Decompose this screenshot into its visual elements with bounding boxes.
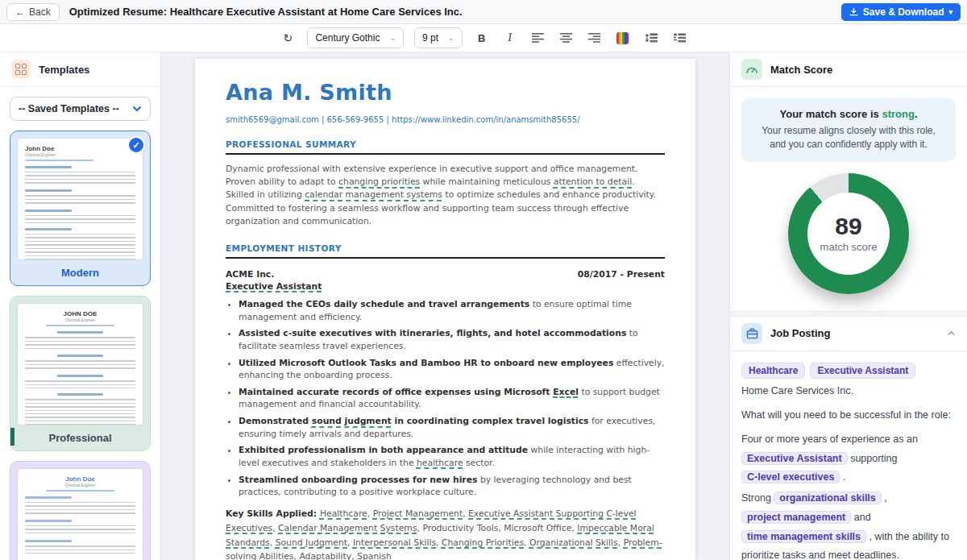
job-posting-intro: What will you need to be successful in t… xyxy=(741,409,956,421)
job-posting-section-header[interactable]: Job Posting xyxy=(730,317,967,351)
template-label: Professional xyxy=(18,425,143,450)
bold-button[interactable]: B xyxy=(473,28,491,48)
resume-name[interactable]: Ana M. Smith xyxy=(226,80,665,105)
key-skills-acme[interactable]: Key Skills Applied: Healthcare, Project … xyxy=(226,507,665,560)
paragraph-spacing-icon xyxy=(673,33,686,43)
match-score-message: Your match score is strong. Your resume … xyxy=(741,98,956,162)
saved-templates-dropdown[interactable]: -- Saved Templates -- xyxy=(10,97,151,121)
chevron-down-icon: ⌄ xyxy=(448,34,454,42)
bullet-item[interactable]: Managed the CEOs daily schedule and trav… xyxy=(239,298,665,323)
font-size-value: 9 pt xyxy=(422,32,438,44)
bullet-item[interactable]: Exhibited professionalism in both appear… xyxy=(239,444,665,469)
template-label: Modern xyxy=(18,259,143,285)
chevron-up-icon[interactable] xyxy=(947,330,956,336)
font-family-select[interactable]: Century Gothic ⌄ xyxy=(307,27,404,48)
template-preview-third: John Doe Chemical Engineer xyxy=(18,469,143,560)
templates-title: Templates xyxy=(39,64,89,76)
match-score-title: Match Score xyxy=(770,64,956,76)
company-name: ACME Inc. xyxy=(226,269,274,280)
back-arrow-icon: ← xyxy=(15,6,25,18)
analysis-panel: Match Score Your match score is strong. … xyxy=(729,52,967,560)
align-left-icon xyxy=(532,33,544,43)
bullet-item[interactable]: Demonstrated sound judgment in coordinat… xyxy=(239,415,665,440)
gauge-icon xyxy=(741,59,762,80)
resume-contact[interactable]: smith6569@gmail.com | 656-569-9655 | htt… xyxy=(226,115,665,124)
format-toolbar: ↻ Century Gothic ⌄ 9 pt ⌄ B I xyxy=(0,24,967,52)
job-bullets-acme: Managed the CEOs daily schedule and trav… xyxy=(239,298,665,499)
align-left-button[interactable] xyxy=(529,28,547,48)
font-family-value: Century Gothic xyxy=(315,32,380,44)
job-role-acme[interactable]: Executive Assistant xyxy=(226,281,665,292)
job-posting-company: Home Care Services Inc. xyxy=(741,385,956,396)
bullet-item[interactable]: Streamlined onboarding processes for new… xyxy=(239,474,665,499)
selected-check-icon: ✓ xyxy=(127,136,145,154)
bullet-item[interactable]: Assisted c-suite executives with itinera… xyxy=(239,327,665,352)
templates-grid-icon xyxy=(11,60,31,79)
align-center-icon xyxy=(560,33,572,43)
align-right-icon xyxy=(588,33,600,43)
page-title: Optimized Resume: Healthcare Executive A… xyxy=(69,6,463,18)
font-size-select[interactable]: 9 pt ⌄ xyxy=(414,27,463,48)
job-header-acme[interactable]: ACME Inc. 08/2017 - Present xyxy=(226,269,665,280)
match-score-headline: Your match score is strong. xyxy=(753,108,944,120)
bullet-item[interactable]: Maintained accurate records of office ex… xyxy=(239,386,665,411)
paragraph-spacing-button[interactable] xyxy=(670,28,688,48)
save-download-label: Save & Download xyxy=(863,6,944,18)
bullet-item[interactable]: Utilized Microsoft Outlook Tasks and Bam… xyxy=(239,357,665,382)
template-preview-professional: JOHN DOE Chemical Engineer xyxy=(18,304,143,425)
save-download-button[interactable]: Save & Download ▾ xyxy=(841,3,961,21)
job-posting-requirement-2: Strong organizational skills , project m… xyxy=(741,489,956,560)
templates-sidebar: Templates -- Saved Templates -- ✓ John D… xyxy=(0,52,161,560)
saved-templates-value: -- Saved Templates -- xyxy=(19,103,119,114)
align-right-button[interactable] xyxy=(586,28,604,48)
top-bar: ← Back Optimized Resume: Healthcare Exec… xyxy=(0,0,967,24)
job-posting-title: Job Posting xyxy=(770,327,939,339)
back-button[interactable]: ← Back xyxy=(6,3,60,21)
tag-executive-assistant: Executive Assistant xyxy=(810,363,915,379)
tag-healthcare: Healthcare xyxy=(741,363,805,379)
score-value: 89 xyxy=(820,214,878,239)
line-spacing-button[interactable] xyxy=(642,28,660,48)
caret-down-icon: ▾ xyxy=(948,8,952,16)
rainbow-color-icon xyxy=(616,32,629,44)
match-score-gauge: 89 match score xyxy=(730,173,967,294)
resume-page[interactable]: Ana M. Smith smith6569@gmail.com | 656-5… xyxy=(195,59,695,560)
line-spacing-icon xyxy=(645,33,658,43)
chevron-down-icon: ⌄ xyxy=(389,34,396,42)
template-card-modern[interactable]: ✓ John Doe Chemical Engineer Modern xyxy=(10,131,151,286)
section-header-summary[interactable]: PROFESSIONAL SUMMARY xyxy=(226,139,665,155)
score-label: match score xyxy=(820,241,878,253)
match-score-description: Your resume aligns closely with this rol… xyxy=(753,124,944,152)
align-center-button[interactable] xyxy=(558,28,575,48)
chevron-down-icon xyxy=(132,106,142,112)
refresh-icon[interactable]: ↻ xyxy=(279,28,297,48)
job-posting-requirement-1: Four or more years of experience as an E… xyxy=(741,430,956,487)
template-preview-modern: John Doe Chemical Engineer xyxy=(18,139,143,259)
match-score-section-header[interactable]: Match Score xyxy=(730,52,967,87)
job-posting-tags: Healthcare Executive Assistant xyxy=(741,363,956,379)
summary-paragraph[interactable]: Dynamic professional with extensive expe… xyxy=(226,163,665,228)
template-card-professional[interactable]: JOHN DOE Chemical Engineer Professional xyxy=(10,296,151,451)
download-icon xyxy=(849,7,858,16)
text-color-button[interactable] xyxy=(614,28,632,48)
editor-canvas: Ana M. Smith smith6569@gmail.com | 656-5… xyxy=(161,52,729,560)
template-card-third[interactable]: John Doe Chemical Engineer xyxy=(10,461,151,560)
score-donut: 89 match score xyxy=(788,173,909,294)
briefcase-icon xyxy=(741,323,762,344)
section-header-employment[interactable]: EMPLOYMENT HISTORY xyxy=(226,243,665,259)
job-dates: 08/2017 - Present xyxy=(578,269,665,280)
back-label: Back xyxy=(29,6,51,18)
italic-button[interactable]: I xyxy=(501,28,519,48)
